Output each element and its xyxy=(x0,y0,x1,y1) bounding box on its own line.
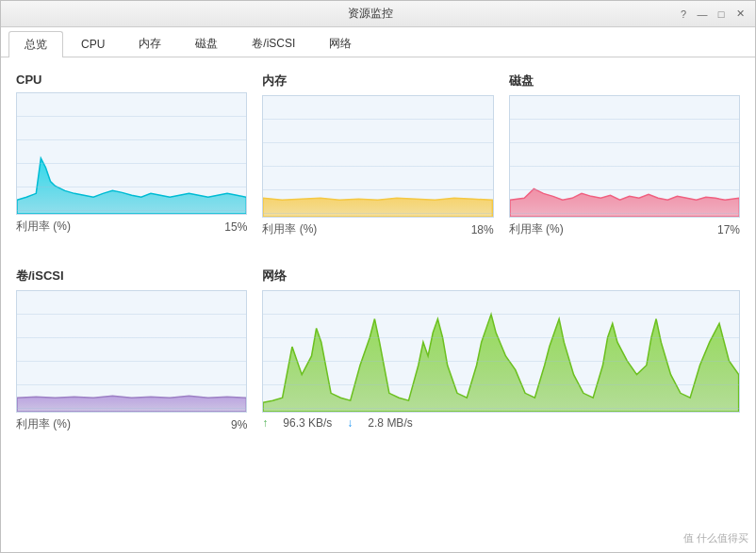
cpu-chart-svg xyxy=(17,93,246,214)
help-button[interactable]: ? xyxy=(676,7,691,22)
disk-chart-box xyxy=(509,95,740,218)
cpu-value: 15% xyxy=(224,220,247,234)
memory-label: 利用率 (%) xyxy=(262,221,317,237)
network-chart-card: 网络 ↑ 96.3 KB/s ↓ xyxy=(262,268,740,432)
network-chart-box xyxy=(262,290,740,413)
disk-label: 利用率 (%) xyxy=(509,221,564,237)
memory-chart-title: 内存 xyxy=(262,73,493,89)
volume-chart-footer: 利用率 (%) 9% xyxy=(16,416,247,432)
disk-chart-card: 磁盘 利用率 (%) 17% xyxy=(509,73,740,237)
upload-icon: ↑ xyxy=(262,416,268,430)
memory-value: 18% xyxy=(471,223,494,236)
tab-overview[interactable]: 总览 xyxy=(8,31,63,57)
cpu-label: 利用率 (%) xyxy=(16,219,71,235)
memory-chart-svg xyxy=(263,96,492,217)
volume-value: 9% xyxy=(231,418,247,431)
memory-chart-box xyxy=(262,95,493,218)
tab-volume[interactable]: 卷/iSCSI xyxy=(236,30,311,57)
maximize-button[interactable]: □ xyxy=(714,7,729,22)
minimize-button[interactable]: — xyxy=(695,7,710,22)
download-icon: ↓ xyxy=(347,416,353,430)
tab-network[interactable]: 网络 xyxy=(313,30,368,57)
memory-chart-card: 内存 利用率 (%) 18% xyxy=(262,73,493,237)
memory-chart-footer: 利用率 (%) 18% xyxy=(262,221,493,237)
disk-chart-footer: 利用率 (%) 17% xyxy=(509,221,740,237)
content-area: CPU 利用率 (%) 15% xyxy=(1,57,755,552)
tab-memory[interactable]: 内存 xyxy=(123,30,177,57)
cpu-chart-title: CPU xyxy=(16,73,247,87)
watermark: 值 什么值得买 xyxy=(683,531,748,545)
network-chart-svg xyxy=(263,291,739,412)
tab-cpu[interactable]: CPU xyxy=(65,30,121,57)
network-chart-title: 网络 xyxy=(262,268,740,285)
tab-disk[interactable]: 磁盘 xyxy=(179,30,234,57)
volume-chart-box xyxy=(16,290,247,413)
volume-chart-card: 卷/iSCSI 利用率 (%) 9% xyxy=(16,268,247,432)
volume-chart-title: 卷/iSCSI xyxy=(16,268,247,285)
window-title: 资源监控 xyxy=(65,6,676,22)
cpu-chart-box xyxy=(16,92,247,215)
cpu-chart-footer: 利用率 (%) 15% xyxy=(16,219,247,235)
title-bar: 资源监控 ? — □ ✕ xyxy=(1,1,755,27)
download-value: 2.8 MB/s xyxy=(368,416,412,430)
upload-value: 96.3 KB/s xyxy=(283,416,332,430)
bottom-charts-row: 卷/iSCSI 利用率 (%) 9% xyxy=(16,268,740,432)
window-controls: ? — □ ✕ xyxy=(676,7,748,22)
disk-chart-svg xyxy=(510,96,739,217)
volume-chart-svg xyxy=(17,291,246,412)
disk-chart-title: 磁盘 xyxy=(509,73,740,89)
tab-bar: 总览 CPU 内存 磁盘 卷/iSCSI 网络 xyxy=(1,27,755,57)
network-chart-footer: ↑ 96.3 KB/s ↓ 2.8 MB/s xyxy=(262,416,740,430)
close-button[interactable]: ✕ xyxy=(732,7,748,22)
disk-value: 17% xyxy=(717,223,740,236)
volume-label: 利用率 (%) xyxy=(16,416,71,432)
cpu-chart-card: CPU 利用率 (%) 15% xyxy=(16,73,247,237)
top-charts-row: CPU 利用率 (%) 15% xyxy=(16,73,740,252)
main-window: 资源监控 ? — □ ✕ 总览 CPU 内存 磁盘 卷/iSCSI 网络 xyxy=(0,0,756,553)
